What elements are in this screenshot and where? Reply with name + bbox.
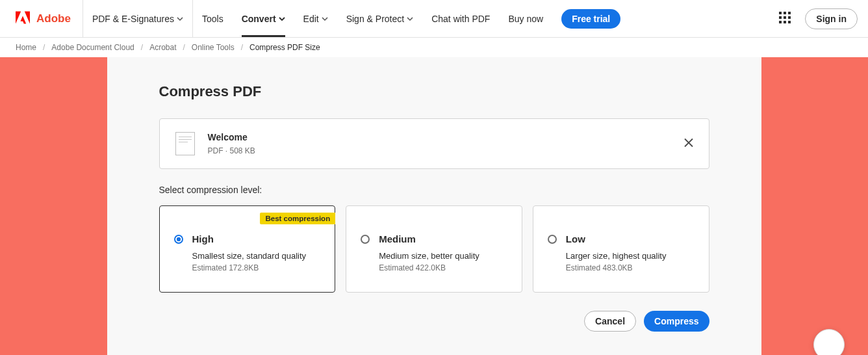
- svg-rect-4: [784, 16, 786, 19]
- compression-options: Best compression High Smallest size, sta…: [159, 205, 709, 293]
- help-fab[interactable]: [813, 329, 845, 355]
- chevron-down-icon: [279, 16, 285, 22]
- svg-rect-0: [779, 12, 782, 14]
- svg-rect-1: [784, 12, 786, 14]
- action-buttons: Cancel Compress: [159, 311, 709, 332]
- nav-label: Convert: [242, 14, 276, 24]
- file-card: Welcome PDF · 508 KB: [159, 118, 709, 169]
- top-nav-left: Adobe PDF & E-Signatures Tools Convert E…: [0, 0, 630, 37]
- breadcrumb-acrobat[interactable]: Acrobat: [149, 43, 176, 52]
- breadcrumb-separator: /: [141, 43, 143, 52]
- option-label: Medium: [379, 233, 479, 244]
- svg-rect-7: [784, 21, 786, 23]
- nav-edit[interactable]: Edit: [294, 0, 337, 37]
- cancel-button[interactable]: Cancel: [584, 311, 636, 332]
- compression-level-label: Select compression level:: [159, 185, 709, 195]
- chevron-down-icon: [177, 16, 183, 22]
- nav-items: PDF & E-Signatures Tools Convert Edit Si…: [83, 0, 630, 37]
- radio-high[interactable]: [174, 235, 183, 244]
- chevron-down-icon: [407, 16, 413, 22]
- option-medium[interactable]: Medium Medium size, better quality Estim…: [346, 205, 522, 293]
- breadcrumb: Home / Adobe Document Cloud / Acrobat / …: [0, 38, 868, 57]
- compress-button[interactable]: Compress: [644, 311, 709, 332]
- content-panel: Compress PDF Welcome PDF · 508 KB Select…: [107, 57, 761, 355]
- top-nav-right: Sign in: [775, 8, 858, 29]
- option-estimate: Estimated 172.8KB: [192, 263, 307, 272]
- best-compression-badge: Best compression: [260, 213, 335, 224]
- top-nav: Adobe PDF & E-Signatures Tools Convert E…: [0, 0, 868, 38]
- option-label: Low: [566, 233, 667, 244]
- brand-logo-area[interactable]: Adobe: [0, 0, 83, 37]
- option-label: High: [192, 233, 307, 244]
- nav-label: Edit: [303, 14, 319, 24]
- breadcrumb-online-tools[interactable]: Online Tools: [192, 43, 235, 52]
- nav-convert[interactable]: Convert: [233, 0, 294, 37]
- svg-rect-3: [779, 16, 782, 19]
- sign-in-button[interactable]: Sign in: [805, 8, 858, 29]
- document-thumbnail-icon: [175, 132, 195, 155]
- free-trial-button[interactable]: Free trial: [561, 9, 620, 29]
- file-info: Welcome PDF · 508 KB: [208, 132, 255, 155]
- breadcrumb-adc[interactable]: Adobe Document Cloud: [51, 43, 134, 52]
- svg-rect-5: [788, 16, 791, 19]
- nav-label: Tools: [202, 14, 223, 24]
- option-description: Larger size, highest quality: [566, 251, 667, 261]
- chevron-down-icon: [322, 16, 328, 22]
- file-meta: PDF · 508 KB: [208, 146, 255, 155]
- breadcrumb-home[interactable]: Home: [16, 43, 36, 52]
- radio-low[interactable]: [548, 235, 557, 244]
- nav-label: Sign & Protect: [346, 14, 405, 24]
- svg-rect-6: [779, 21, 782, 23]
- option-estimate: Estimated 422.0KB: [379, 263, 479, 272]
- close-icon: [684, 138, 693, 148]
- option-high[interactable]: Best compression High Smallest size, sta…: [159, 205, 336, 293]
- breadcrumb-separator: /: [241, 43, 243, 52]
- option-description: Medium size, better quality: [379, 251, 479, 261]
- radio-medium[interactable]: [361, 235, 370, 244]
- adobe-logo-icon: [16, 11, 30, 26]
- nav-chat-pdf[interactable]: Chat with PDF: [422, 0, 499, 37]
- nav-buy-now[interactable]: Buy now: [499, 0, 552, 37]
- option-description: Smallest size, standard quality: [192, 251, 307, 261]
- main-canvas: Compress PDF Welcome PDF · 508 KB Select…: [0, 57, 868, 355]
- option-estimate: Estimated 483.0KB: [566, 263, 667, 272]
- remove-file-button[interactable]: [682, 136, 696, 152]
- nav-free-trial-wrap: Free trial: [552, 0, 630, 37]
- nav-pdf-esignatures[interactable]: PDF & E-Signatures: [83, 0, 193, 37]
- nav-label: PDF & E-Signatures: [92, 14, 174, 24]
- nav-sign-protect[interactable]: Sign & Protect: [337, 0, 423, 37]
- nav-label: Buy now: [508, 14, 543, 24]
- nav-label: Chat with PDF: [431, 14, 490, 24]
- file-name: Welcome: [208, 132, 255, 142]
- brand-name: Adobe: [36, 12, 71, 25]
- svg-rect-2: [788, 12, 791, 14]
- nav-tools[interactable]: Tools: [193, 0, 233, 37]
- breadcrumb-separator: /: [183, 43, 185, 52]
- page-title: Compress PDF: [159, 83, 709, 100]
- option-low[interactable]: Low Larger size, highest quality Estimat…: [533, 205, 709, 293]
- app-switcher-icon[interactable]: [775, 8, 795, 29]
- breadcrumb-separator: /: [43, 43, 45, 52]
- breadcrumb-current: Compress PDF Size: [249, 43, 320, 52]
- svg-rect-8: [788, 21, 791, 23]
